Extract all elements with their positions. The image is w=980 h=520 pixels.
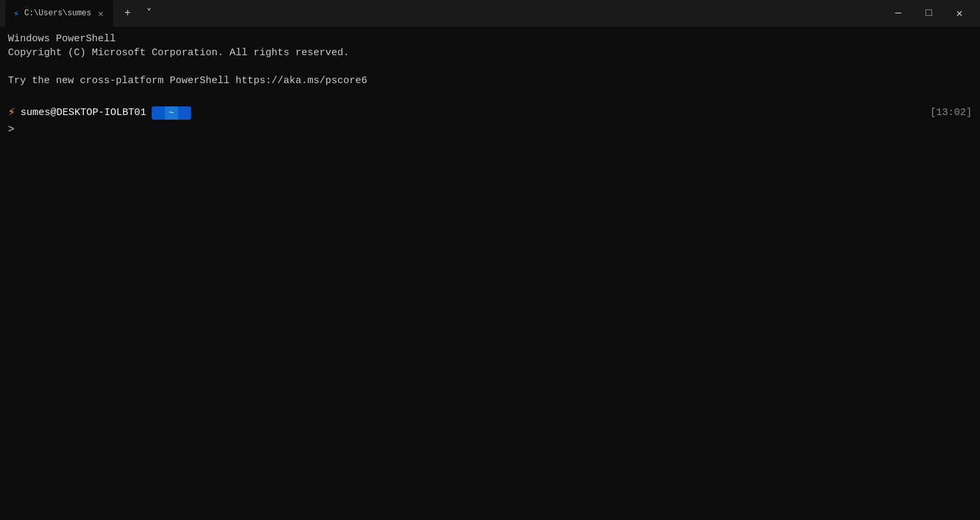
dropdown-button[interactable]: ˅ (140, 4, 158, 23)
terminal-tab[interactable]: ⚡ C:\Users\sumes ✕ (5, 0, 113, 27)
output-line-4: Try the new cross-platform PowerShell ht… (8, 74, 972, 88)
close-tab-button[interactable]: ✕ (96, 8, 104, 19)
badge-right (178, 106, 192, 120)
blank-line-2 (8, 88, 972, 102)
titlebar-actions: + ˅ (118, 4, 158, 23)
prompt-user: sumes@DESKTOP-IOLBT01 (21, 106, 146, 120)
window-controls: — □ ✕ (883, 0, 975, 27)
second-prompt: > (8, 122, 972, 137)
badge-tilde: ~ (165, 106, 178, 120)
output-line-1: Windows PowerShell (8, 32, 972, 46)
chevron-icon: > (8, 122, 15, 137)
close-button[interactable]: ✕ (944, 0, 975, 27)
prompt-line: ⚡ sumes@DESKTOP-IOLBT01 ~ [13:02] (8, 104, 972, 121)
titlebar: ⚡ C:\Users\sumes ✕ + ˅ — □ ✕ (0, 0, 980, 27)
powershell-icon: ⚡ (13, 8, 19, 19)
terminal-body[interactable]: Windows PowerShell Copyright (C) Microso… (0, 27, 980, 520)
prompt-time: [13:02] (930, 106, 972, 120)
badge-left (152, 106, 165, 120)
prompt-badge: ~ (152, 106, 191, 120)
blank-line-1 (8, 60, 972, 74)
tab-title: C:\Users\sumes (24, 9, 91, 18)
output-line-2: Copyright (C) Microsoft Corporation. All… (8, 46, 972, 60)
maximize-button[interactable]: □ (913, 0, 944, 27)
minimize-button[interactable]: — (883, 0, 913, 27)
prompt-lightning-icon: ⚡ (8, 104, 15, 121)
add-tab-button[interactable]: + (118, 4, 137, 23)
